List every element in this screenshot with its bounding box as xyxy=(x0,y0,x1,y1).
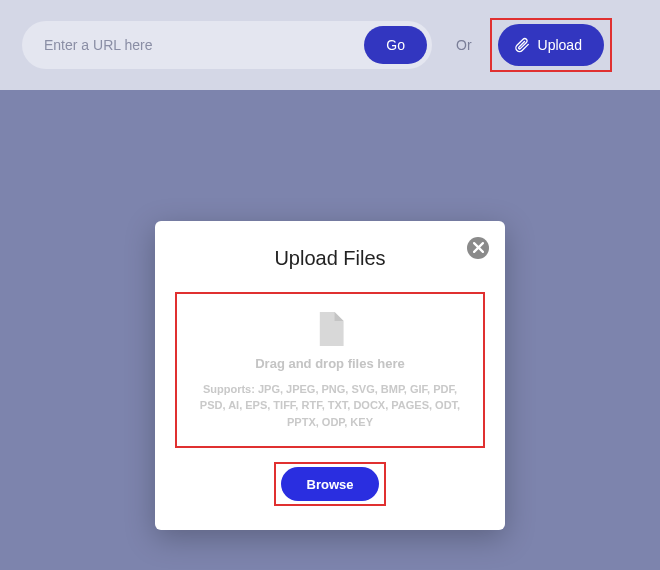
dropzone[interactable]: Drag and drop files here Supports: JPG, … xyxy=(177,294,483,447)
supported-formats-text: Supports: JPG, JPEG, PNG, SVG, BMP, GIF,… xyxy=(189,381,471,431)
browse-button[interactable]: Browse xyxy=(281,467,380,501)
upload-modal: Upload Files Drag and drop files here Su… xyxy=(155,221,505,531)
file-icon xyxy=(189,312,471,346)
browse-row: Browse xyxy=(175,448,485,506)
browse-highlight: Browse xyxy=(274,462,387,506)
dropzone-highlight: Drag and drop files here Supports: JPG, … xyxy=(175,292,485,449)
modal-title: Upload Files xyxy=(175,247,485,270)
close-icon xyxy=(473,242,484,253)
close-button[interactable] xyxy=(467,237,489,259)
modal-overlay: Upload Files Drag and drop files here Su… xyxy=(0,0,660,570)
drag-drop-text: Drag and drop files here xyxy=(189,356,471,371)
